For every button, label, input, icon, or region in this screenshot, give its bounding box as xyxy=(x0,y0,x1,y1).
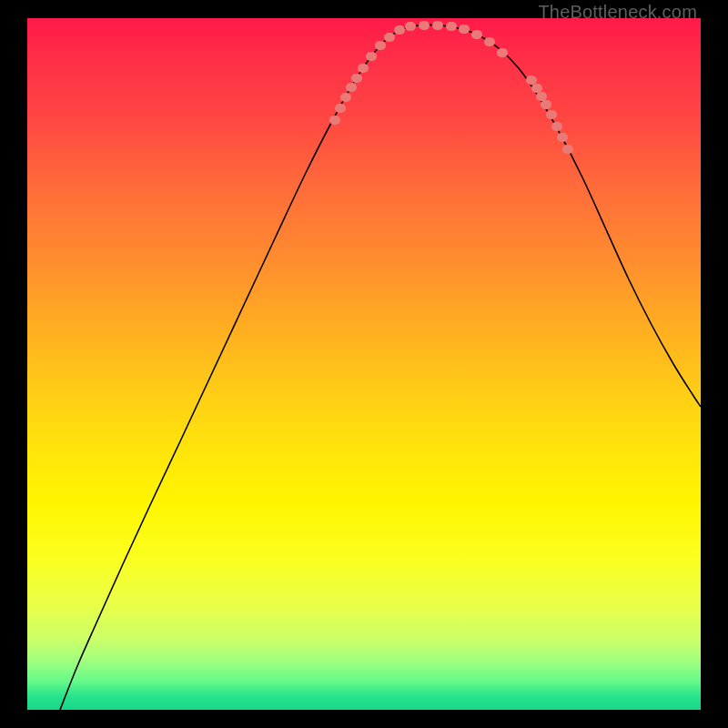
curve-marker xyxy=(526,76,537,85)
curve-svg xyxy=(27,18,701,710)
curve-marker xyxy=(484,37,495,46)
curve-marker xyxy=(419,21,430,30)
curve-markers xyxy=(329,21,573,154)
curve-marker xyxy=(351,74,362,83)
curve-marker xyxy=(446,22,457,31)
curve-marker xyxy=(557,133,568,142)
bottleneck-curve xyxy=(60,25,701,710)
curve-marker xyxy=(459,25,470,34)
curve-marker xyxy=(541,100,551,109)
curve-marker xyxy=(394,25,405,35)
curve-marker xyxy=(358,64,369,73)
curve-marker xyxy=(531,84,542,93)
curve-marker xyxy=(432,21,443,30)
curve-marker xyxy=(405,22,416,31)
curve-marker xyxy=(546,110,557,119)
curve-marker xyxy=(335,104,346,113)
plot-area xyxy=(27,18,701,710)
curve-marker xyxy=(340,93,351,102)
curve-marker xyxy=(551,122,562,131)
curve-marker xyxy=(346,83,357,92)
curve-marker xyxy=(562,145,573,154)
chart-frame: TheBottleneck.com xyxy=(0,0,728,728)
curve-marker xyxy=(471,30,482,39)
curve-marker xyxy=(497,48,508,57)
curve-marker xyxy=(384,33,395,42)
curve-marker xyxy=(366,52,377,61)
curve-marker xyxy=(375,41,386,50)
curve-marker xyxy=(536,92,547,101)
curve-marker xyxy=(329,116,340,125)
